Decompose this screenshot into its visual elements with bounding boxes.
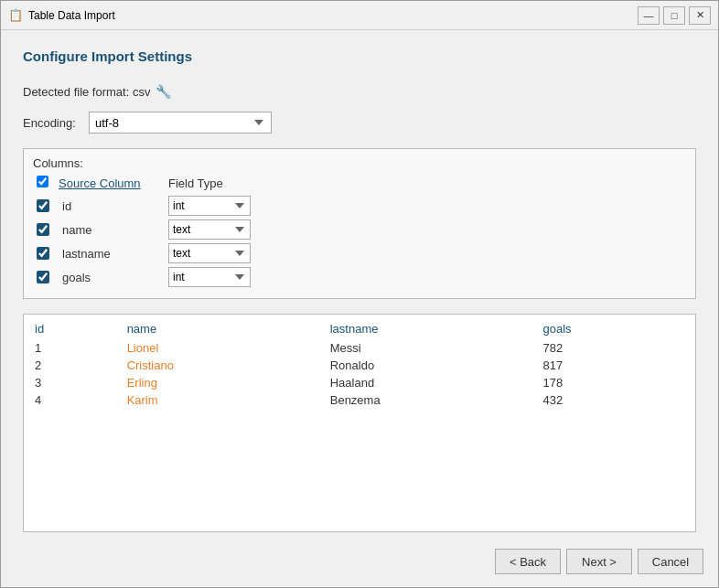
col-check-lastname (37, 247, 59, 260)
main-window: 📋 Table Data Import — □ ✕ Configure Impo… (0, 0, 719, 588)
checkbox-id[interactable] (37, 199, 49, 212)
columns-section: Columns: Source Column Field Type id int… (23, 148, 696, 299)
table-row: 4 Karim Benzema 432 (31, 391, 688, 409)
cell-id-1: 1 (31, 339, 123, 357)
encoding-label: Encoding: (23, 116, 78, 130)
window-controls: — □ ✕ (638, 6, 711, 25)
page-title: Configure Import Settings (23, 48, 696, 64)
maximize-button[interactable]: □ (663, 6, 685, 25)
cell-id-2: 2 (31, 357, 123, 374)
encoding-select[interactable]: utf-8 utf-16 iso-8859-1 ascii (89, 112, 272, 134)
table-row: 2 Cristiano Ronaldo 817 (31, 357, 688, 374)
col-type-select-name[interactable]: int text float bool (168, 219, 251, 240)
cell-name-1: Lionel (123, 339, 327, 357)
preview-header-lastname: lastname (327, 320, 540, 339)
cell-lastname-4: Benzema (327, 391, 540, 409)
column-row-name: name int text float bool (33, 218, 686, 241)
select-all-checkbox[interactable] (37, 176, 48, 187)
minimize-button[interactable]: — (638, 6, 660, 25)
cell-lastname-1: Messi (327, 339, 540, 357)
cell-goals-4: 432 (540, 391, 688, 409)
col-type-select-id[interactable]: int text float bool (168, 196, 251, 216)
title-bar: 📋 Table Data Import — □ ✕ (1, 1, 718, 30)
column-row-goals: goals int text float bool (33, 265, 686, 289)
cell-id-3: 3 (31, 374, 123, 391)
preview-table: id name lastname goals 1 Lionel Messi 78… (31, 320, 688, 409)
file-format-row: Detected file format: csv 🔧 (23, 84, 696, 99)
cell-goals-1: 782 (540, 339, 688, 357)
checkbox-lastname[interactable] (37, 247, 49, 260)
col-name-name: name (59, 223, 168, 237)
close-button[interactable]: ✕ (689, 6, 711, 25)
cell-name-4: Karim (123, 391, 327, 409)
cell-name-2: Cristiano (123, 357, 327, 374)
cancel-button[interactable]: Cancel (638, 549, 703, 574)
window-title: Table Data Import (28, 9, 632, 22)
main-content: Configure Import Settings Detected file … (1, 30, 718, 541)
columns-label: Columns: (33, 156, 686, 170)
col-check-name (37, 223, 59, 236)
columns-header: Source Column Field Type (33, 176, 686, 190)
table-row: 1 Lionel Messi 782 (31, 339, 688, 357)
next-button[interactable]: Next > (566, 549, 632, 574)
checkbox-goals[interactable] (37, 271, 49, 283)
cell-goals-3: 178 (540, 374, 688, 391)
cell-lastname-3: Haaland (327, 374, 540, 391)
col-name-lastname: lastname (59, 247, 168, 261)
table-row: 3 Erling Haaland 178 (31, 374, 688, 391)
cell-goals-2: 817 (540, 357, 688, 374)
cell-lastname-2: Ronaldo (327, 357, 540, 374)
col-check-goals (37, 271, 59, 283)
col-type-select-lastname[interactable]: int text float bool (168, 243, 251, 263)
cell-name-3: Erling (123, 374, 327, 391)
window-icon: 📋 (8, 8, 23, 23)
checkbox-name[interactable] (37, 223, 49, 236)
col-name-id: id (59, 199, 168, 213)
field-type-header: Field Type (168, 176, 260, 190)
back-button[interactable]: < Back (495, 549, 561, 574)
preview-section: id name lastname goals 1 Lionel Messi 78… (23, 314, 696, 532)
wrench-icon[interactable]: 🔧 (156, 84, 171, 99)
col-check-header (37, 176, 59, 190)
col-check-id (37, 199, 59, 212)
preview-header-goals: goals (540, 320, 688, 339)
column-row-id: id int text float bool (33, 194, 686, 218)
col-name-goals: goals (59, 271, 168, 284)
encoding-row: Encoding: utf-8 utf-16 iso-8859-1 ascii (23, 112, 696, 134)
footer: < Back Next > Cancel (1, 541, 718, 587)
col-type-select-goals[interactable]: int text float bool (168, 267, 251, 287)
cell-id-4: 4 (31, 391, 123, 409)
file-format-label: Detected file format: csv (23, 85, 150, 99)
preview-header-name: name (123, 320, 327, 339)
source-column-header: Source Column (59, 176, 168, 190)
preview-header-id: id (31, 320, 123, 339)
column-row-lastname: lastname int text float bool (33, 241, 686, 265)
